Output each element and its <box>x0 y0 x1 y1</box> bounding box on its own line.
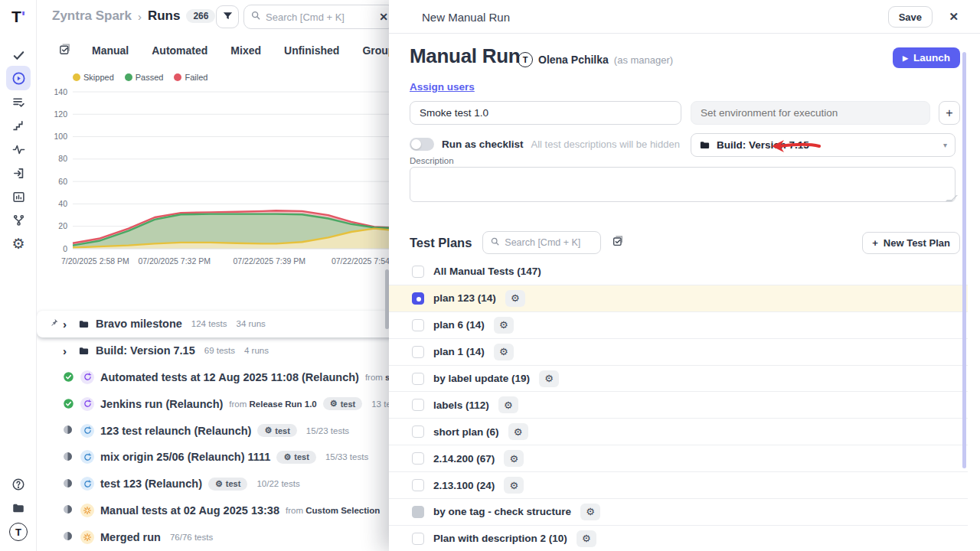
run-name-input[interactable] <box>410 101 681 125</box>
test-plan-checkbox[interactable] <box>412 452 424 465</box>
app-logo[interactable]: T' <box>0 8 37 26</box>
run-tag-badge[interactable]: ⚙test <box>257 424 296 437</box>
test-plan-checkbox[interactable] <box>412 346 424 358</box>
test-plan-label: plan 6 (14) <box>433 319 485 331</box>
sidebar-item-import[interactable] <box>6 161 31 185</box>
tab-unfinished[interactable]: Unfinished <box>284 44 339 57</box>
select-runs-icon[interactable] <box>58 43 71 59</box>
group-meta: 4 runs <box>244 346 269 355</box>
test-plan-settings-button[interactable]: ⚙ <box>539 370 559 387</box>
test-plan-checkbox[interactable] <box>412 399 424 411</box>
test-plan-checkbox[interactable] <box>412 425 424 438</box>
run-title[interactable]: Automated tests at 12 Aug 2025 11:08 (Re… <box>100 371 359 383</box>
test-plan-row[interactable]: 2.13.100 (24)⚙ <box>389 472 968 499</box>
test-plan-row[interactable]: by label update (19)⚙ <box>389 366 968 393</box>
test-plan-checkbox[interactable] <box>412 319 424 331</box>
description-textarea[interactable] <box>410 167 956 202</box>
sidebar-item-analytics[interactable] <box>6 184 31 209</box>
test-plan-checkbox[interactable] <box>412 266 424 278</box>
run-tag-badge[interactable]: ⚙test <box>276 451 315 464</box>
legend-item[interactable]: Failed <box>174 73 207 82</box>
test-plan-settings-button[interactable]: ⚙ <box>498 396 518 413</box>
test-plan-checkbox[interactable] <box>412 373 424 385</box>
run-as-checklist-toggle[interactable] <box>410 138 434 151</box>
sidebar-item-branches[interactable] <box>6 207 31 232</box>
save-button[interactable]: Save <box>888 6 933 28</box>
run-tag-badge[interactable]: ⚙test <box>208 478 247 491</box>
search-icon <box>250 10 261 24</box>
sidebar-item-projects[interactable] <box>6 496 31 520</box>
tab-manual[interactable]: Manual <box>92 44 129 57</box>
run-title[interactable]: mix origin 25/06 (Relaunch) 1111 <box>100 451 270 463</box>
sidebar-item-help[interactable] <box>6 472 31 497</box>
build-select[interactable]: Build: Version 7.15 ▾ <box>691 133 956 157</box>
test-plan-settings-button[interactable]: ⚙ <box>577 530 596 547</box>
svg-text:0: 0 <box>63 244 67 253</box>
test-plan-checkbox[interactable] <box>412 479 424 491</box>
sidebar-item-pulse[interactable] <box>6 137 31 161</box>
group-meta: 34 runs <box>237 319 266 328</box>
drawer-header: New Manual Run Save ✕ <box>389 0 980 34</box>
legend-item[interactable]: Passed <box>125 73 164 82</box>
search-clear-icon[interactable]: ✕ <box>379 11 388 23</box>
test-plan-settings-button[interactable]: ⚙ <box>504 450 524 467</box>
launch-button[interactable]: ▶ Launch <box>893 47 960 68</box>
add-environment-button[interactable]: + <box>939 101 960 125</box>
test-plan-row[interactable]: All Manual Tests (147) <box>389 259 968 285</box>
test-plan-checkbox[interactable] <box>412 533 424 545</box>
gear-icon: ⚙ <box>330 399 338 409</box>
test-plan-settings-button[interactable]: ⚙ <box>508 423 528 440</box>
run-title[interactable]: test 123 (Relaunch) <box>100 478 202 490</box>
select-plans-icon[interactable] <box>612 235 624 250</box>
svg-text:140: 140 <box>54 87 67 96</box>
assign-users-link[interactable]: Assign users <box>410 81 475 93</box>
folder-icon <box>699 139 710 151</box>
expand-chevron-icon[interactable]: › <box>63 318 72 331</box>
environment-input[interactable] <box>691 101 930 125</box>
main-search: ✕ <box>243 5 395 29</box>
sidebar-item-checks[interactable] <box>6 43 31 67</box>
test-plan-row[interactable]: by one tag - check structure⚙ <box>389 499 968 526</box>
test-plan-checkbox[interactable] <box>412 506 424 518</box>
test-plan-label: Plan with description 2 (10) <box>433 533 567 544</box>
group-title[interactable]: Build: Version 7.15 <box>96 344 195 357</box>
test-plans-search-input[interactable] <box>505 237 589 248</box>
test-plan-settings-button[interactable]: ⚙ <box>494 317 514 334</box>
test-plan-settings-button[interactable]: ⚙ <box>505 290 525 307</box>
test-plan-settings-button[interactable]: ⚙ <box>494 344 514 360</box>
run-title[interactable]: 123 test relaunch (Relaunch) <box>100 425 251 437</box>
test-plan-settings-button[interactable]: ⚙ <box>504 477 524 494</box>
sidebar-item-account[interactable]: T <box>6 520 31 544</box>
test-plan-checkbox[interactable] <box>412 292 424 305</box>
breadcrumb-project[interactable]: Zyntra Spark <box>52 8 132 24</box>
filter-button[interactable] <box>216 5 239 28</box>
test-plan-row[interactable]: labels (112)⚙ <box>389 392 968 419</box>
drawer-scrollbar[interactable] <box>962 52 966 468</box>
close-icon[interactable]: ✕ <box>949 10 959 24</box>
sidebar-item-settings[interactable]: ⚙ <box>6 231 31 256</box>
test-plan-row[interactable]: short plan (6)⚙ <box>389 419 968 445</box>
sidebar-item-runs[interactable] <box>6 66 31 90</box>
run-tag-badge[interactable]: ⚙test <box>323 397 362 410</box>
run-title[interactable]: Merged run <box>100 531 161 543</box>
test-plan-row[interactable]: plan 1 (14)⚙ <box>389 339 968 366</box>
breadcrumb-section[interactable]: Runs <box>148 8 181 24</box>
tab-automated[interactable]: Automated <box>152 44 207 57</box>
sidebar-item-results[interactable] <box>6 90 31 114</box>
test-plan-row[interactable]: plan 123 (14)⚙ <box>389 285 968 312</box>
run-title[interactable]: Jenkins run (Relaunch) <box>100 398 223 410</box>
test-plan-row[interactable]: Plan with description 2 (10)⚙ <box>389 526 968 551</box>
test-plan-row[interactable]: plan 6 (14)⚙ <box>389 312 968 339</box>
test-plan-settings-button[interactable]: ⚙ <box>580 504 600 520</box>
runs-trend-chart: 0204060801001201407/20/2025 2:58 PM07/20… <box>44 83 412 274</box>
run-title[interactable]: Manual tests at 02 Aug 2025 13:38 <box>100 504 279 517</box>
main-search-input[interactable] <box>266 11 374 23</box>
sidebar-item-steps[interactable] <box>6 113 31 138</box>
new-test-plan-button[interactable]: + New Test Plan <box>862 232 960 254</box>
group-title[interactable]: Bravo milestone <box>96 318 182 330</box>
expand-chevron-icon[interactable]: › <box>63 344 72 357</box>
test-plan-row[interactable]: 2.14.200 (67)⚙ <box>389 445 968 472</box>
tab-mixed[interactable]: Mixed <box>230 44 261 57</box>
run-tests-count: 15/33 tests <box>325 452 368 461</box>
legend-item[interactable]: Skipped <box>73 73 114 82</box>
